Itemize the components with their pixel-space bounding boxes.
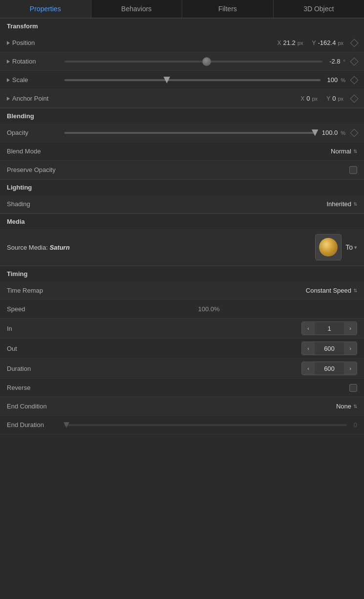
- scale-row: Scale 100 %: [0, 71, 364, 89]
- time-remap-row: Time Remap Constant Speed ⇅: [0, 281, 364, 300]
- position-label[interactable]: Position: [7, 39, 61, 46]
- position-row: Position X 21.2 px Y -162.4 px: [0, 34, 364, 52]
- rotation-label[interactable]: Rotation: [7, 58, 61, 65]
- opacity-slider[interactable]: [64, 132, 315, 134]
- scale-content: 100 %: [61, 76, 357, 84]
- in-value[interactable]: 1: [315, 325, 344, 332]
- speed-value[interactable]: 100.0%: [61, 305, 357, 313]
- end-condition-row: End Condition None ⇅: [0, 397, 364, 416]
- rotation-slider[interactable]: [64, 61, 322, 63]
- out-row: Out ‹ 600 ›: [0, 339, 364, 359]
- position-expand-icon[interactable]: [7, 41, 10, 45]
- opacity-value[interactable]: 100.0: [322, 129, 338, 136]
- end-duration-slider[interactable]: [64, 424, 347, 426]
- in-content: ‹ 1 ›: [61, 321, 357, 335]
- scale-slider[interactable]: [64, 79, 321, 81]
- end-duration-row: End Duration 0: [0, 416, 364, 434]
- scale-unit: %: [341, 77, 345, 83]
- tab-properties[interactable]: Properties: [0, 0, 91, 18]
- out-content: ‹ 600 ›: [61, 342, 357, 355]
- shading-select[interactable]: Inherited ⇅: [326, 200, 357, 208]
- end-condition-select[interactable]: None ⇅: [336, 403, 357, 410]
- anchor-x-label: X: [300, 95, 304, 102]
- media-thumbnail[interactable]: [315, 234, 342, 260]
- position-y-value[interactable]: -162.4: [318, 39, 336, 46]
- out-decrement-button[interactable]: ‹: [302, 342, 315, 355]
- saturn-icon: [319, 238, 338, 257]
- time-remap-select[interactable]: Constant Speed ⇅: [306, 287, 357, 294]
- anchor-point-label[interactable]: Anchor Point: [7, 95, 61, 102]
- in-increment-button[interactable]: ›: [344, 322, 357, 335]
- time-remap-chevron: ⇅: [353, 288, 357, 293]
- duration-increment-button[interactable]: ›: [344, 362, 357, 375]
- position-x-unit: px: [298, 40, 303, 46]
- to-chevron-icon: ▾: [354, 244, 357, 251]
- opacity-label: Opacity: [7, 129, 61, 136]
- end-duration-value[interactable]: 0: [354, 421, 357, 428]
- duration-value[interactable]: 600: [315, 365, 344, 372]
- end-duration-label: End Duration: [7, 421, 61, 428]
- opacity-row: Opacity 100.0 %: [0, 124, 364, 142]
- anchor-x-unit: px: [312, 96, 318, 102]
- scale-expand-icon[interactable]: [7, 78, 10, 82]
- anchor-y-unit: px: [338, 96, 343, 102]
- out-value[interactable]: 600: [315, 345, 344, 352]
- opacity-keyframe-icon[interactable]: [350, 128, 359, 137]
- position-x-value[interactable]: 21.2: [283, 39, 296, 46]
- media-header: Media: [0, 214, 364, 229]
- position-keyframe-icon[interactable]: [350, 39, 359, 47]
- scale-value[interactable]: 100: [327, 76, 338, 84]
- tab-filters[interactable]: Filters: [182, 0, 274, 18]
- duration-content: ‹ 600 ›: [61, 362, 357, 375]
- out-stepper: ‹ 600 ›: [301, 342, 357, 355]
- rotation-expand-icon[interactable]: [7, 60, 10, 64]
- preserve-opacity-checkbox[interactable]: [349, 166, 357, 174]
- duration-row: Duration ‹ 600 ›: [0, 359, 364, 379]
- in-stepper: ‹ 1 ›: [301, 321, 357, 335]
- preserve-opacity-content: [61, 166, 357, 174]
- source-media-row: Source Media: Saturn To ▾: [0, 229, 364, 266]
- position-x-group: X 21.2 px: [278, 39, 303, 46]
- out-increment-button[interactable]: ›: [344, 342, 357, 355]
- rotation-row: Rotation -2.8 °: [0, 52, 364, 71]
- to-button[interactable]: To ▾: [345, 243, 357, 251]
- blend-mode-chevron: ⇅: [353, 149, 357, 154]
- blend-mode-select[interactable]: Normal ⇅: [331, 148, 357, 155]
- source-media-label: Source Media: Saturn: [7, 244, 70, 251]
- in-row: In ‹ 1 ›: [0, 319, 364, 339]
- anchor-point-row: Anchor Point X 0 px Y 0 px: [0, 89, 364, 108]
- end-condition-chevron: ⇅: [353, 404, 357, 409]
- opacity-content: 100.0 %: [61, 129, 357, 136]
- time-remap-content: Constant Speed ⇅: [61, 287, 357, 294]
- scale-label[interactable]: Scale: [7, 76, 61, 84]
- anchor-x-group: X 0 px: [300, 95, 318, 102]
- duration-stepper: ‹ 600 ›: [301, 362, 357, 375]
- in-label: In: [7, 325, 61, 332]
- lighting-header: Lighting: [0, 179, 364, 195]
- tab-behaviors[interactable]: Behaviors: [91, 0, 183, 18]
- reverse-label: Reverse: [7, 384, 61, 391]
- rotation-keyframe-icon[interactable]: [350, 57, 359, 65]
- rotation-thumb[interactable]: [202, 57, 211, 66]
- anchor-expand-icon[interactable]: [7, 97, 10, 101]
- duration-label: Duration: [7, 365, 61, 372]
- opacity-unit: %: [341, 130, 345, 136]
- anchor-y-label: Y: [326, 95, 330, 102]
- shading-row: Shading Inherited ⇅: [0, 195, 364, 214]
- end-condition-label: End Condition: [7, 403, 61, 410]
- rotation-value[interactable]: -2.8: [329, 58, 340, 65]
- in-decrement-button[interactable]: ‹: [302, 322, 315, 335]
- tab-3dobject[interactable]: 3D Object: [274, 0, 364, 18]
- speed-row: Speed 100.0%: [0, 300, 364, 319]
- blend-mode-label: Blend Mode: [7, 148, 61, 155]
- scale-keyframe-icon[interactable]: [350, 76, 359, 84]
- anchor-point-values: X 0 px Y 0 px: [61, 95, 357, 102]
- end-duration-content: 0: [61, 421, 357, 428]
- duration-decrement-button[interactable]: ‹: [302, 362, 315, 375]
- timing-header: Timing: [0, 266, 364, 281]
- anchor-x-value[interactable]: 0: [306, 95, 310, 102]
- anchor-y-value[interactable]: 0: [332, 95, 336, 102]
- blending-header: Blending: [0, 108, 364, 124]
- anchor-keyframe-icon[interactable]: [350, 94, 359, 103]
- reverse-checkbox[interactable]: [349, 384, 357, 392]
